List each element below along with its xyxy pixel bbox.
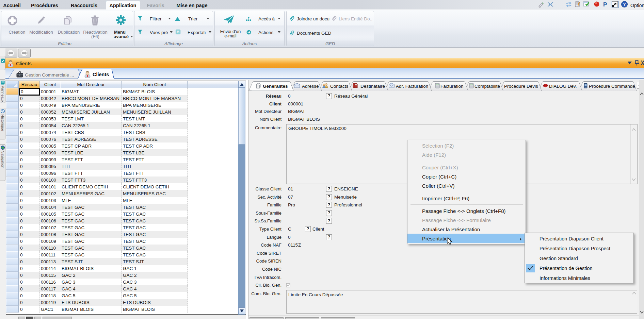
svg-text:?: ? — [623, 2, 626, 7]
svg-text:x: x — [177, 31, 179, 34]
